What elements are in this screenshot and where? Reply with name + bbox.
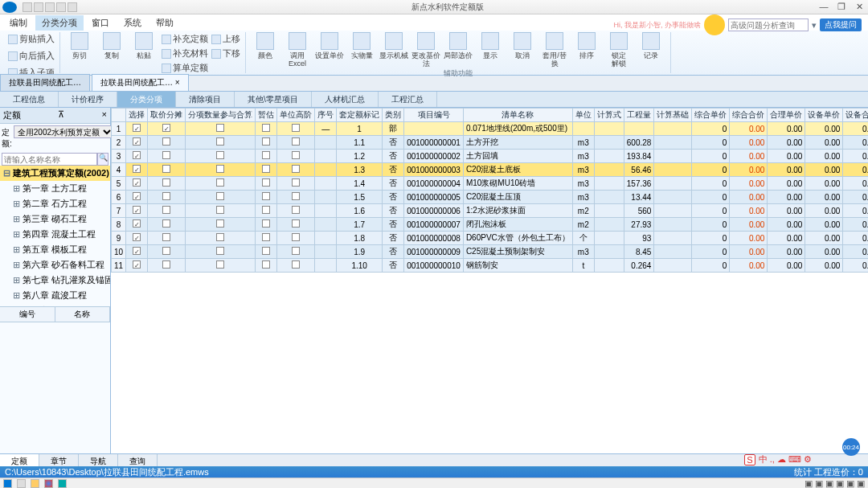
checkbox[interactable] [216,233,224,241]
table-row[interactable]: 51.4否001000000004M10浆砌MU10砖墙m3157.3600.0… [112,177,869,191]
checkbox[interactable] [216,165,224,173]
column-header[interactable]: 分项数量参与合算 [186,109,256,122]
ribbon-copy[interactable]: 复制 [97,32,126,59]
checkbox[interactable] [162,260,170,269]
ribbon-button[interactable]: 显示 [476,32,505,59]
checkbox[interactable] [162,151,170,159]
column-header[interactable]: 综合合价 [730,109,768,122]
checkbox[interactable] [216,178,224,187]
ribbon-button[interactable]: 局部选价 [444,32,473,59]
qat-icon[interactable] [68,2,77,12]
checkbox[interactable] [216,124,224,132]
checkbox[interactable] [262,260,270,269]
table-row[interactable]: 71.6否0010000000061:2水泥砂浆抹面m256000.000.00… [112,204,869,218]
checkbox[interactable] [162,137,170,146]
checkbox[interactable] [292,178,300,187]
main-grid[interactable]: 选择取价分摊分项数量参与合算暂估单位高阶序号套定额标记类别项目编号清单名称单位计… [111,108,868,471]
minimize-button[interactable]: — [815,2,833,12]
ribbon-button[interactable]: 锁定解锁 [604,32,633,68]
ribbon-button[interactable]: 显示机械 [379,32,408,59]
ribbon-button[interactable]: 调用Excel [283,32,312,68]
column-header[interactable]: 取价分摊 [148,109,186,122]
start-icon[interactable] [3,479,12,488]
checkbox[interactable] [292,247,300,255]
ribbon-button[interactable]: 取消 [508,32,537,59]
task-icon[interactable] [17,479,26,488]
checkbox[interactable] [262,165,270,173]
checkbox[interactable] [162,206,170,214]
checkbox[interactable] [133,124,141,132]
checkbox[interactable] [262,247,270,255]
checkbox[interactable] [133,219,141,228]
checkbox[interactable] [162,247,170,255]
menu-item[interactable]: 帮助 [149,15,180,31]
checkbox[interactable] [262,178,270,187]
filter-input[interactable] [2,153,97,166]
sub-tab[interactable]: 计价程序 [59,92,117,107]
table-row[interactable]: 81.7否001000000007闭孔泡沫板m227.9300.000.000.… [112,218,869,232]
table-row[interactable]: 101.9否001000000009C25混凝土预制架制安m38.4500.00… [112,245,869,259]
checkbox[interactable] [262,219,270,228]
table-row[interactable]: 91.8否001000000008D60PVC水管（外包土工布）个9300.00… [112,232,869,245]
sub-tab[interactable]: 人材机汇总 [312,92,379,107]
column-header[interactable]: 项目编号 [404,109,464,122]
ime-indicator[interactable]: S中 ., ☁ ⌨ ⚙ [744,453,812,465]
checkbox[interactable] [216,206,224,214]
timer-badge[interactable]: 00:24 [842,438,860,456]
checkbox[interactable] [292,137,300,146]
tree-item[interactable]: 第五章 模板工程 [0,242,110,257]
ribbon-supp-quota[interactable]: 补充定额 [162,32,208,46]
table-row[interactable]: 1—1部0.071地埋线(200m,或500里)00.000.000.000.0… [112,122,869,136]
checkbox[interactable] [216,260,224,269]
checkbox[interactable] [133,247,141,255]
checkbox[interactable] [292,260,300,269]
filter-search-icon[interactable]: 🔍 [97,153,108,166]
menu-item[interactable]: 分类分项 [35,15,84,31]
quota-select[interactable]: 全用2002水利预算定额 [14,125,114,138]
checkbox[interactable] [292,219,300,228]
column-header[interactable]: 单位高阶 [277,109,315,122]
ribbon-calc-quota[interactable]: 算单定额 [162,61,208,75]
checkbox[interactable] [216,219,224,228]
ribbon-button[interactable]: 颜色 [251,32,280,59]
checkbox[interactable] [162,219,170,228]
checkbox[interactable] [216,137,224,146]
menu-item[interactable]: 窗口 [85,15,116,31]
sub-tab[interactable]: 工程信息 [0,92,59,107]
checkbox[interactable] [262,137,270,146]
checkbox[interactable] [133,165,141,173]
column-header[interactable]: 清单名称 [463,109,572,122]
column-header[interactable]: 综合单价 [692,109,730,122]
tree-item[interactable]: 第三章 砌石工程 [0,211,110,227]
mascot-icon[interactable] [704,14,725,35]
ribbon-move-up[interactable]: 上移 [211,32,240,46]
checkbox[interactable] [292,192,300,200]
table-row[interactable]: 21.1否001000000001土方开挖m3600.2800.000.000.… [112,136,869,150]
checkbox[interactable] [216,192,224,200]
column-header[interactable]: 类别 [383,109,404,122]
tree-item[interactable]: 第一章 土方工程 [0,181,110,196]
ribbon-paste[interactable]: 粘贴 [129,32,158,59]
table-row[interactable]: 41.3否001000000003C20混凝土底板m356.4600.000.0… [112,163,869,177]
sub-tab[interactable]: 清除项目 [176,92,235,107]
column-header[interactable]: 工程量 [624,109,654,122]
checkbox[interactable] [216,151,224,159]
menu-item[interactable]: 系统 [117,15,148,31]
checkbox[interactable] [262,151,270,159]
tree-item[interactable]: 第四章 混凝土工程 [0,227,110,242]
search-input[interactable] [728,18,809,31]
checkbox[interactable] [162,178,170,187]
checkbox[interactable] [133,137,141,146]
tree-item[interactable]: 第七章 钻孔灌浆及锚固工程 [0,273,110,288]
table-row[interactable]: 61.5否001000000005C20混凝土压顶m313.4400.000.0… [112,191,869,204]
search-button[interactable]: 点我提问 [820,18,862,31]
column-header[interactable]: 暂估 [256,109,277,122]
column-header[interactable]: 设备合价 [843,109,868,122]
sub-tab[interactable]: 其他\零星项目 [235,92,312,107]
explorer-icon[interactable] [31,479,39,488]
column-header[interactable] [112,109,126,122]
checkbox[interactable] [133,192,141,200]
column-header[interactable]: 序号 [315,109,337,122]
checkbox[interactable] [162,124,170,132]
qat-icon[interactable] [45,2,55,12]
